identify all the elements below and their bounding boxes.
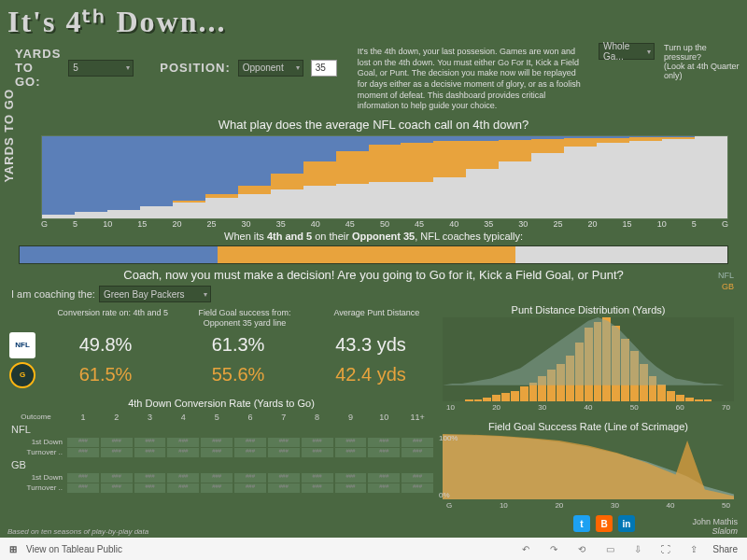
credit: John Mathis Slalom [692, 517, 738, 536]
gb-punt: 42.4 yds [308, 364, 433, 385]
summary-text: When its 4th and 5 on their Opponent 35,… [2, 231, 745, 242]
punt-xaxis: 10203040506070 [439, 403, 738, 412]
conv-table[interactable]: Outcome1234567891011+NFL1st Down########… [9, 413, 433, 493]
yards-select[interactable]: 5 [68, 60, 134, 77]
decision-text: Coach, now you must make a decision! Are… [7, 268, 740, 282]
yards-label: YARDS TO GO: [15, 47, 61, 89]
presentation-icon[interactable]: ▭ [600, 541, 619, 556]
tableau-logo-icon: ⊞ [9, 544, 17, 554]
section1-title: What play does the average NFL coach cal… [0, 116, 747, 133]
footnote: Based on ten seasons of play-by-play dat… [7, 527, 148, 536]
fg-chart[interactable]: 100%0% [443, 434, 734, 499]
share-label[interactable]: Share [712, 544, 738, 554]
conv-table-title: 4th Down Conversion Rate (Yards to Go) [9, 398, 433, 409]
coaching-label: I am coaching the: [11, 288, 95, 300]
stacked-xaxis: G510152025303540455045403530252015105G [41, 219, 728, 229]
position-label: POSITION: [160, 61, 230, 75]
view-link[interactable]: View on Tableau Public [26, 544, 122, 554]
fg-chart-title: Field Goal Success Rate (Line of Scrimag… [441, 421, 736, 432]
punt-chart[interactable] [443, 317, 734, 401]
gb-logo-icon: G [9, 362, 35, 388]
legend-gb: GB [722, 282, 734, 291]
fg-xaxis: G1020304050 [439, 501, 738, 510]
position-yard-input[interactable] [311, 60, 337, 77]
stat-conv-head: Conversion rate on: 4th and 5 [56, 308, 169, 318]
nfl-logo-icon: NFL [9, 332, 35, 358]
tableau-footer: ⊞ View on Tableau Public ↶ ↷ ⟲ ▭ ⇩ ⛶ ⇪ S… [0, 538, 747, 560]
gb-conv: 61.5% [43, 364, 168, 385]
time-select[interactable]: Whole Ga... [599, 43, 655, 60]
legend-nfl: NFL [718, 271, 734, 280]
nfl-fg: 61.3% [176, 334, 301, 356]
stat-fg-head: Field Goal success from: Opponent 35 yar… [188, 308, 301, 329]
share-icon[interactable]: ⇪ [684, 541, 703, 556]
redo-icon[interactable]: ↷ [544, 541, 563, 556]
position-side-select[interactable]: Opponent [238, 60, 303, 77]
intro-text: It's the 4th down, your last possesion. … [354, 43, 589, 116]
gb-fg: 55.6% [176, 364, 301, 385]
undo-icon[interactable]: ↶ [516, 541, 535, 556]
stat-punt-head: Average Punt Distance [320, 308, 433, 318]
team-select[interactable]: Green Bay Packers [99, 286, 211, 302]
stacked-field-chart[interactable] [41, 135, 728, 219]
nfl-punt: 43.3 yds [308, 334, 433, 356]
yaxis-label: YARDS TO GO [2, 89, 16, 183]
blogger-icon[interactable]: B [596, 515, 613, 532]
twitter-icon[interactable]: t [573, 515, 590, 532]
linkedin-icon[interactable]: in [618, 515, 635, 532]
social-icons: t B in [573, 515, 635, 532]
nfl-conv: 49.8% [43, 334, 168, 356]
reset-icon[interactable]: ⟲ [572, 541, 591, 556]
page-title: It's 4ᵗʰ Down... [0, 0, 747, 43]
fullscreen-icon[interactable]: ⛶ [656, 541, 675, 556]
punt-chart-title: Punt Distance Distribution (Yards) [441, 304, 736, 315]
pressure-hint: Turn up the pressure? (Look at 4th Quart… [664, 43, 740, 80]
summary-bar-chart[interactable] [19, 245, 728, 264]
download-icon[interactable]: ⇩ [628, 541, 647, 556]
